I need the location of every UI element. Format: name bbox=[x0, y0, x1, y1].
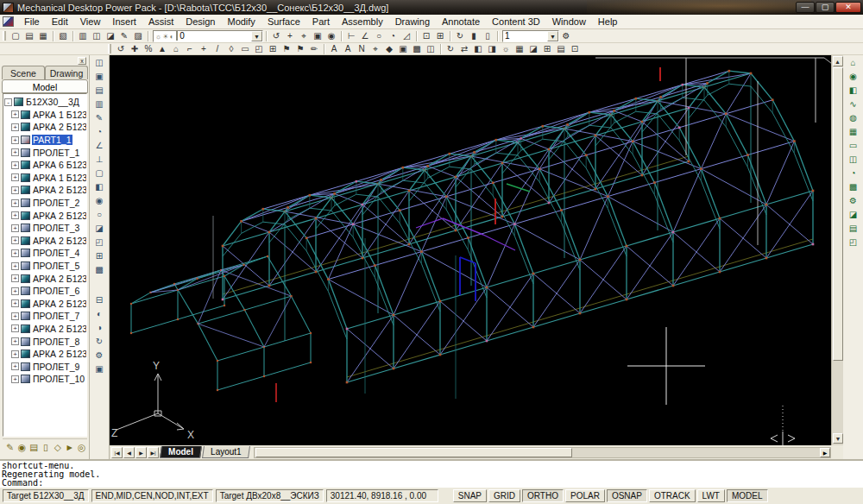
browser-arrow-icon[interactable]: ► bbox=[64, 441, 75, 452]
dimension-icon[interactable]: ◆ bbox=[382, 43, 396, 54]
snap-perpendicular-icon[interactable]: ◿ bbox=[400, 30, 413, 41]
sheet-icon[interactable]: ◫ bbox=[424, 43, 438, 54]
zoom-object-icon[interactable]: ⌖ bbox=[369, 43, 382, 54]
rectangle-icon[interactable]: ▭ bbox=[238, 43, 252, 54]
flag-blue-icon[interactable]: ⚑ bbox=[293, 43, 307, 54]
tab-layout1[interactable]: Layout1 bbox=[202, 446, 250, 458]
menu-drawing[interactable]: Drawing bbox=[389, 16, 436, 28]
text-icon[interactable]: A bbox=[327, 43, 341, 54]
pencil-icon[interactable]: ✏ bbox=[307, 43, 321, 54]
flag-red-icon[interactable]: ⚑ bbox=[280, 43, 293, 54]
tree-item-арка-2-б1230-7[interactable]: +АРКА 2 Б1230_7 bbox=[4, 298, 86, 311]
view-iso-icon[interactable]: ▥ bbox=[91, 98, 107, 110]
tab-model-space[interactable]: Model bbox=[160, 446, 202, 458]
options-icon[interactable]: ⊡ bbox=[568, 43, 582, 54]
new-part-icon[interactable]: ⊟ bbox=[91, 293, 107, 306]
browser-view-icon[interactable]: ◉ bbox=[16, 441, 28, 452]
sheet-nav-icon-0[interactable]: |◀ bbox=[111, 447, 123, 458]
viewport-horizontal-scrollbar[interactable]: ▶ bbox=[254, 447, 831, 458]
browser-world-icon[interactable]: ◎ bbox=[76, 441, 87, 452]
print-icon[interactable]: ▨ bbox=[131, 30, 145, 41]
image-icon[interactable]: ▩ bbox=[410, 43, 424, 54]
content-tools-icon[interactable]: ◰ bbox=[846, 236, 861, 249]
tree-item-пролет-8[interactable]: +ПРОЛЕТ_8 bbox=[4, 335, 86, 348]
document-icon[interactable] bbox=[3, 16, 14, 27]
expand-icon[interactable]: + bbox=[11, 337, 19, 345]
view-top-icon[interactable]: ◫ bbox=[91, 56, 107, 69]
menu-help[interactable]: Help bbox=[592, 16, 624, 28]
detail-icon[interactable]: ◰ bbox=[252, 43, 266, 54]
zoom-realtime-icon[interactable]: ⌖ bbox=[297, 30, 311, 41]
tree-item-part1-1[interactable]: +PART1_1 bbox=[4, 134, 86, 147]
browser-close-icon[interactable]: x bbox=[78, 57, 86, 65]
drawing-edit-icon[interactable]: ▤ bbox=[554, 43, 568, 54]
content-cam-icon[interactable]: ◔ bbox=[846, 167, 861, 180]
content-chain-icon[interactable]: ◉ bbox=[846, 70, 861, 83]
sheet-nav-icon-3[interactable]: ▶| bbox=[148, 447, 159, 458]
sheet-nav-icon-2[interactable]: ▶ bbox=[135, 447, 147, 458]
content-calc-icon[interactable]: ⌂ bbox=[846, 56, 861, 69]
expand-icon[interactable]: + bbox=[11, 287, 19, 295]
text-align-icon[interactable]: A bbox=[341, 43, 355, 54]
mirror-icon[interactable]: ▲ bbox=[155, 43, 169, 54]
pan-realtime-icon[interactable]: + bbox=[283, 30, 297, 41]
expand-icon[interactable]: + bbox=[11, 186, 19, 194]
menu-window[interactable]: Window bbox=[546, 16, 592, 28]
content-fea-icon[interactable]: ▩ bbox=[846, 180, 861, 193]
expand-icon[interactable]: + bbox=[11, 161, 19, 169]
tab-model[interactable]: Model bbox=[2, 79, 88, 93]
tab-drawing[interactable]: Drawing bbox=[45, 66, 88, 79]
toggle-polar[interactable]: POLAR bbox=[565, 489, 605, 502]
tree-item-арка-2-б1230-6[interactable]: +АРКА 2 Б1230_6 bbox=[4, 272, 86, 285]
layer-combo-dropdown-icon[interactable]: ▼ bbox=[251, 31, 262, 41]
shade-icon[interactable]: ◧ bbox=[471, 43, 485, 54]
update-icon[interactable]: ↻ bbox=[91, 335, 107, 348]
dimension-3d-icon[interactable]: ⊥ bbox=[91, 153, 107, 166]
expand-icon[interactable]: + bbox=[11, 110, 19, 118]
menu-surface[interactable]: Surface bbox=[261, 16, 306, 28]
toggle-ortho[interactable]: ORTHO bbox=[522, 489, 564, 502]
expand-icon[interactable]: + bbox=[11, 236, 19, 244]
tree-item-б12x30-3д[interactable]: -Б12X30__3Д bbox=[4, 96, 86, 109]
content-gear-icon[interactable]: ⚙ bbox=[846, 194, 861, 207]
expand-icon[interactable]: + bbox=[11, 173, 19, 181]
combine-icon[interactable]: ⊞ bbox=[91, 249, 107, 262]
tree-item-арка-2-б1230-9[interactable]: +АРКА 2 Б1230_9 bbox=[4, 348, 86, 361]
scale-percent-icon[interactable]: % bbox=[142, 43, 155, 54]
snap-quadrant-icon[interactable]: ◔ bbox=[386, 30, 400, 41]
snap-from-icon[interactable]: ⊢ bbox=[344, 30, 358, 41]
tree-item-пролет-7[interactable]: +ПРОЛЕТ_7 bbox=[4, 310, 86, 323]
expand-icon[interactable]: + bbox=[11, 299, 19, 307]
view-front-icon[interactable]: ▣ bbox=[91, 70, 107, 83]
toolbar-grip[interactable] bbox=[3, 31, 6, 41]
tree-item-арка-2-б1230-2[interactable]: +АРКА 2 Б1230_2 bbox=[4, 184, 86, 197]
array-icon[interactable]: ⊞ bbox=[266, 43, 280, 54]
flag-prev-icon[interactable]: ▮ bbox=[467, 30, 481, 41]
polyline-icon[interactable]: ⌐ bbox=[183, 43, 197, 54]
mtext-icon[interactable]: N bbox=[355, 43, 369, 54]
scroll-down-icon[interactable]: ▼ bbox=[833, 433, 843, 444]
workplane-icon[interactable]: ▢ bbox=[91, 167, 107, 180]
expand-icon[interactable]: + bbox=[11, 249, 19, 257]
fillet-3d-icon[interactable]: ◪ bbox=[91, 222, 107, 235]
menu-view[interactable]: View bbox=[74, 16, 107, 28]
expand-icon[interactable]: + bbox=[11, 312, 19, 320]
tree-item-пролет-10[interactable]: +ПРОЛЕТ_10 bbox=[4, 373, 86, 386]
revision-cloud-icon[interactable]: ◊ bbox=[224, 43, 238, 54]
tree-item-арка-1-б1230-1[interactable]: +АРКА 1 Б1230_1 bbox=[4, 109, 86, 122]
content-shaft-icon[interactable]: ▭ bbox=[846, 139, 861, 152]
toggle-model[interactable]: MODEL bbox=[727, 489, 768, 502]
tree-item-арка-6-б1230-1[interactable]: +АРКА 6 Б1230_1 bbox=[4, 159, 86, 172]
content-clip-icon[interactable]: ◧ bbox=[846, 84, 861, 97]
view-pan-icon[interactable]: ⇄ bbox=[457, 43, 471, 54]
plot-style-icon[interactable]: ▧ bbox=[56, 30, 70, 41]
lights-icon[interactable]: ☼ bbox=[499, 43, 513, 54]
tree-item-пролет-3[interactable]: +ПРОЛЕТ_3 bbox=[4, 222, 86, 235]
menu-assembly[interactable]: Assembly bbox=[336, 16, 389, 28]
browser-trash-icon[interactable]: ▯ bbox=[41, 441, 52, 452]
zoom-window-icon[interactable]: ▣ bbox=[311, 30, 324, 41]
paste-icon[interactable]: ◪ bbox=[104, 30, 117, 41]
toggle-shade-icon[interactable]: ◑ bbox=[91, 321, 107, 334]
tree-item-арка-1-б1230-2[interactable]: +АРКА 1 Б1230_2 bbox=[4, 172, 86, 185]
sketch-icon[interactable]: ✎ bbox=[91, 111, 107, 124]
